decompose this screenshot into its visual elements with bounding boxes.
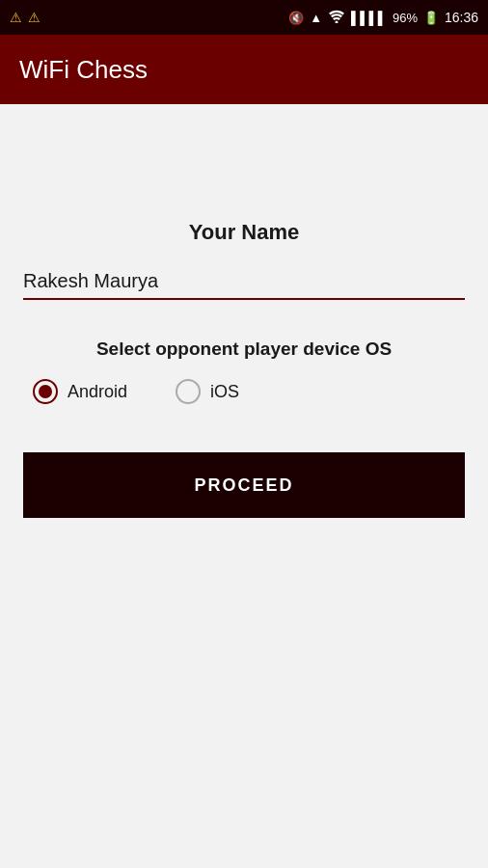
wifi-icon-2 [328,10,345,26]
your-name-label: Your Name [189,220,300,245]
status-time: 16:36 [445,10,478,25]
android-radio-outer[interactable] [33,379,58,404]
proceed-button[interactable]: PROCEED [23,452,465,518]
status-bar-left: ⚠ ⚠ [10,10,41,25]
warning-icon-2: ⚠ [28,10,41,25]
warning-icon-1: ⚠ [10,10,22,25]
status-bar: ⚠ ⚠ 🔇 ▲ ▌▌▌▌ 96% 🔋 16:36 [0,0,488,35]
status-bar-right: 🔇 ▲ ▌▌▌▌ 96% 🔋 16:36 [288,10,478,26]
battery-percent: 96% [393,11,418,25]
svg-point-0 [336,20,339,23]
main-content: Your Name Select opponent player device … [0,220,488,518]
android-label: Android [68,382,127,402]
mute-icon: 🔇 [288,11,304,25]
name-input-container [23,264,465,300]
name-input[interactable] [23,264,465,300]
wifi-icon-1: ▲ [310,11,322,25]
signal-icon: ▌▌▌▌ [351,11,387,25]
battery-icon: 🔋 [423,11,439,25]
os-section: Select opponent player device OS Android… [23,339,465,404]
android-option[interactable]: Android [33,379,127,404]
app-bar: WiFi Chess [0,35,488,104]
ios-option[interactable]: iOS [176,379,239,404]
ios-label: iOS [210,382,239,402]
app-title: WiFi Chess [19,55,148,85]
android-radio-inner [39,385,52,398]
radio-group: Android iOS [23,379,465,404]
os-section-title: Select opponent player device OS [23,339,465,360]
ios-radio-outer[interactable] [176,379,201,404]
